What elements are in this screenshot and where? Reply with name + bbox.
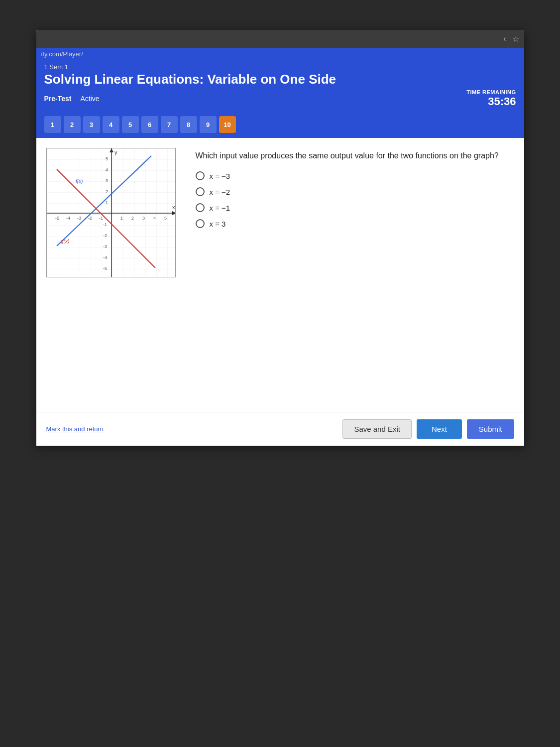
- svg-text:f(x): f(x): [76, 179, 83, 184]
- option-row-4[interactable]: x = 3: [196, 219, 514, 228]
- address-bar: ity.com/Player/: [36, 48, 524, 60]
- options-list: x = −3 x = −2 x = −1 x = 3: [196, 171, 514, 228]
- svg-text:g(x): g(x): [61, 239, 69, 244]
- svg-text:-2: -2: [88, 216, 92, 221]
- svg-text:x: x: [172, 204, 175, 210]
- nav-btn-10[interactable]: 10: [219, 116, 236, 133]
- star-icon[interactable]: ☆: [512, 34, 519, 44]
- svg-text:-1: -1: [103, 222, 107, 227]
- option-row-3[interactable]: x = −1: [196, 203, 514, 212]
- question-section: Which input value produces the same outp…: [196, 148, 514, 412]
- browser-chrome: ‹ ☆: [36, 30, 524, 48]
- nav-btn-1[interactable]: 1: [44, 116, 61, 133]
- svg-text:-3: -3: [77, 216, 81, 221]
- svg-text:3: 3: [142, 216, 145, 221]
- radio-4[interactable]: [196, 219, 205, 228]
- svg-text:-4: -4: [66, 216, 70, 221]
- option-label-2: x = −2: [210, 188, 230, 196]
- radio-2[interactable]: [196, 187, 205, 196]
- svg-text:-5: -5: [103, 266, 107, 271]
- nav-btn-9[interactable]: 9: [200, 116, 217, 133]
- course-label: 1 Sem 1: [44, 63, 516, 71]
- app-header: 1 Sem 1 Solving Linear Equations: Variab…: [36, 60, 524, 113]
- nav-btn-8[interactable]: 8: [180, 116, 197, 133]
- svg-text:5: 5: [164, 216, 167, 221]
- save-exit-button[interactable]: Save and Exit: [342, 419, 412, 439]
- footer-area: Mark this and return Save and Exit Next …: [36, 412, 524, 446]
- svg-text:-5: -5: [55, 216, 59, 221]
- question-nav: 12345678910: [36, 113, 524, 138]
- back-icon[interactable]: ‹: [503, 34, 506, 43]
- option-row-2[interactable]: x = −2: [196, 187, 514, 196]
- nav-btn-6[interactable]: 6: [141, 116, 158, 133]
- nav-btn-5[interactable]: 5: [122, 116, 139, 133]
- next-button[interactable]: Next: [417, 419, 462, 439]
- svg-text:-3: -3: [103, 244, 107, 249]
- svg-text:-2: -2: [103, 233, 107, 238]
- svg-text:4: 4: [153, 216, 156, 221]
- radio-3[interactable]: [196, 203, 205, 212]
- nav-btn-4[interactable]: 4: [103, 116, 119, 133]
- time-label: TIME REMAINING: [466, 89, 516, 95]
- question-text: Which input value produces the same outp…: [196, 150, 514, 161]
- pre-test-label: Pre-Test: [44, 95, 72, 103]
- submit-button[interactable]: Submit: [467, 419, 514, 439]
- svg-text:3: 3: [106, 178, 108, 183]
- mark-return-link[interactable]: Mark this and return: [46, 425, 104, 433]
- svg-text:1: 1: [106, 200, 108, 205]
- page-title: Solving Linear Equations: Variable on On…: [44, 72, 516, 87]
- option-label-4: x = 3: [210, 220, 226, 228]
- svg-text:4: 4: [106, 167, 108, 172]
- svg-text:y: y: [114, 149, 117, 155]
- svg-text:-1: -1: [99, 216, 103, 221]
- content-area: x y -5 -4 -3 -2 -1 1 2 3 4 5: [36, 138, 524, 412]
- option-row-1[interactable]: x = −3: [196, 171, 514, 180]
- option-label-1: x = −3: [210, 172, 230, 180]
- time-value: 35:36: [466, 95, 516, 108]
- footer-buttons: Save and Exit Next Submit: [342, 419, 514, 439]
- svg-text:5: 5: [106, 156, 108, 161]
- nav-btn-3[interactable]: 3: [83, 116, 100, 133]
- graph-section: x y -5 -4 -3 -2 -1 1 2 3 4 5: [46, 148, 186, 412]
- svg-text:2: 2: [106, 189, 108, 194]
- nav-btn-7[interactable]: 7: [161, 116, 178, 133]
- nav-btn-2[interactable]: 2: [64, 116, 81, 133]
- active-label: Active: [80, 95, 99, 103]
- radio-1[interactable]: [196, 171, 205, 180]
- graph-svg: x y -5 -4 -3 -2 -1 1 2 3 4 5: [46, 148, 176, 277]
- address-text: ity.com/Player/: [41, 50, 83, 58]
- option-label-3: x = −1: [210, 204, 230, 212]
- svg-text:1: 1: [120, 216, 123, 221]
- time-remaining: TIME REMAINING 35:36: [466, 89, 516, 108]
- svg-text:2: 2: [131, 216, 134, 221]
- svg-text:-4: -4: [103, 255, 107, 260]
